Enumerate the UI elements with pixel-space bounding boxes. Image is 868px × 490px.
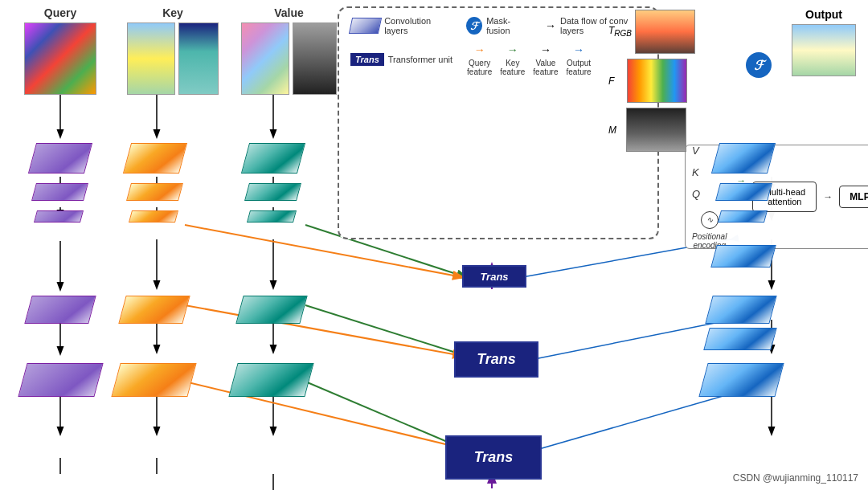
svg-line-22 xyxy=(185,305,462,356)
key-label: Key xyxy=(127,6,219,19)
key-image-right xyxy=(178,22,219,95)
key-block-3 xyxy=(129,210,178,223)
svg-line-23 xyxy=(185,382,462,448)
right-block-3 xyxy=(718,210,768,223)
svg-line-20 xyxy=(305,382,466,450)
right-input-section: TRGB F M xyxy=(608,10,695,152)
arrow-to-mlp: → xyxy=(823,191,833,202)
legend-conv-layers: Convolution layers xyxy=(350,16,452,35)
key-image-left xyxy=(127,22,175,95)
right-block-4 xyxy=(705,296,776,324)
legend-row-1: Convolution layers ℱ Mask-fusion → Data … xyxy=(350,16,646,35)
legend-feature-labels: → Query feature → Key feature → Value fe… xyxy=(467,43,592,76)
right-block-1 xyxy=(711,143,776,174)
conv-layers-icon xyxy=(349,18,382,34)
output-image xyxy=(792,24,856,76)
trans-box-1: Trans xyxy=(462,265,526,288)
query-block-5 xyxy=(18,363,103,397)
query-block-4 xyxy=(24,296,96,324)
key-feature-item: → Key feature xyxy=(500,43,525,76)
right-block-5 xyxy=(698,363,784,397)
key-arrow: → xyxy=(507,43,518,56)
query-label: Query xyxy=(24,6,96,19)
svg-line-34 xyxy=(522,394,731,454)
key-block-2 xyxy=(126,183,183,201)
trgb-row: TRGB xyxy=(608,10,695,54)
value-label: Value xyxy=(241,6,337,19)
svg-line-33 xyxy=(522,320,731,361)
output-feature-item: → Output feature xyxy=(566,43,591,76)
value-images xyxy=(241,22,337,95)
legend-trans-box: Trans xyxy=(350,53,384,66)
wavy-circle: ∿ xyxy=(701,211,719,229)
value-feature-label: Value feature xyxy=(533,59,558,76)
legend-row-2: Trans Transformer unit → Query feature →… xyxy=(350,42,646,76)
value-block-3 xyxy=(247,210,297,223)
mlp-label: MLP xyxy=(850,191,868,202)
trgb-label: TRGB xyxy=(608,25,632,38)
output-arrow: → xyxy=(573,43,584,56)
data-flow-arrow: → xyxy=(545,19,556,32)
key-section: Key xyxy=(127,6,219,95)
legend-trans-unit: Trans Transformer unit xyxy=(350,53,452,66)
query-feature-item: → Query feature xyxy=(467,43,492,76)
query-image xyxy=(24,22,96,95)
right-block-4b xyxy=(703,328,777,350)
m-row: M xyxy=(608,108,695,152)
key-block-4 xyxy=(118,296,190,324)
key-block-5 xyxy=(111,363,196,397)
key-block-1 xyxy=(123,143,187,174)
mask-fusion-label: Mask-fusion xyxy=(486,16,530,35)
main-canvas: { "title": "Neural Network Architecture … xyxy=(0,0,868,490)
output-label: Output xyxy=(792,8,856,21)
right-block-3b xyxy=(710,245,776,267)
query-feature-label: Query feature xyxy=(467,59,492,76)
transformer-detail: V K Q ∿ Positional encoding → → → Multi-… xyxy=(685,145,868,249)
f-image xyxy=(627,59,687,103)
m-label-text: M xyxy=(608,125,616,136)
mlp-box: MLP xyxy=(839,186,868,208)
query-arrow: → xyxy=(474,43,485,56)
f-label-text: F xyxy=(608,76,614,87)
query-block-2 xyxy=(31,183,88,201)
f-row: F xyxy=(608,59,695,103)
output-feature-label: Output feature xyxy=(566,59,591,76)
right-block-2 xyxy=(715,183,772,201)
value-block-5 xyxy=(228,363,313,397)
query-block-3 xyxy=(34,210,84,223)
watermark: CSDN @wujianming_110117 xyxy=(733,472,858,484)
value-image-color xyxy=(241,22,289,95)
trans-label-2: Trans xyxy=(477,351,516,368)
query-block-1 xyxy=(28,143,92,174)
transformer-unit-label: Transformer unit xyxy=(388,55,452,64)
fusion-circle: ℱ xyxy=(746,52,772,78)
key-images xyxy=(127,22,219,95)
trans-label-1: Trans xyxy=(480,271,508,283)
conv-layers-label: Convolution layers xyxy=(384,16,452,35)
value-image-gray xyxy=(293,22,337,95)
trans-box-2: Trans xyxy=(454,341,538,378)
value-block-2 xyxy=(244,183,301,201)
value-feature-item: → Value feature xyxy=(533,43,558,76)
trans-label-3: Trans xyxy=(474,449,514,466)
key-feature-label: Key feature xyxy=(500,59,525,76)
legend-mask-fusion: ℱ Mask-fusion xyxy=(466,16,530,35)
value-block-4 xyxy=(235,296,307,324)
trans-box-3: Trans xyxy=(445,435,542,480)
mask-fusion-icon: ℱ xyxy=(466,17,482,35)
value-block-1 xyxy=(241,143,305,174)
svg-line-19 xyxy=(305,305,466,356)
value-arrow: → xyxy=(540,43,551,56)
trgb-image xyxy=(635,10,695,54)
m-image xyxy=(626,108,686,152)
query-section: Query xyxy=(24,6,96,95)
value-section: Value xyxy=(241,6,337,95)
output-section: Output xyxy=(792,8,856,76)
